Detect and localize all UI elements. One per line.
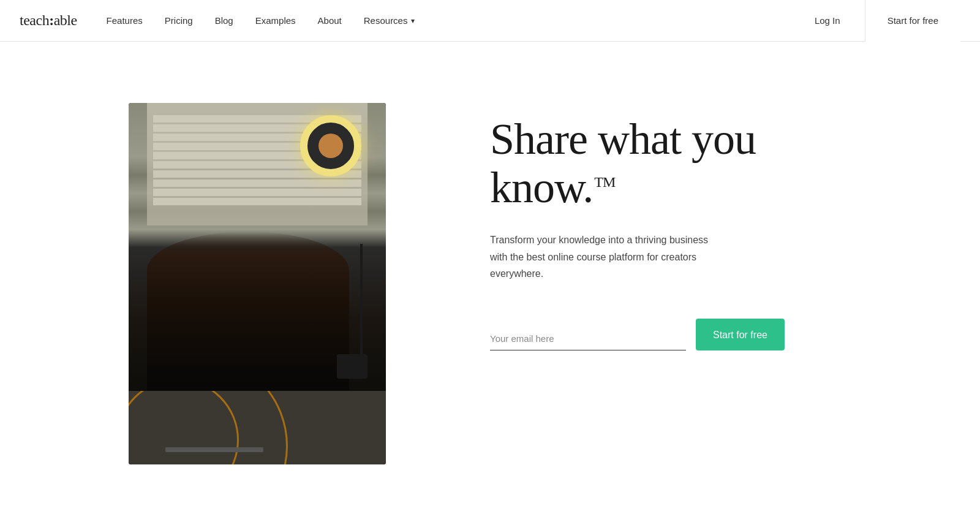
nav-start-button[interactable]: Start for free [865, 0, 960, 42]
navbar: teach:able Features Pricing Blog Example… [0, 0, 980, 42]
hero-content: Share what you know.TM Transform your kn… [441, 42, 980, 387]
logo[interactable]: teach:able [20, 12, 77, 29]
nav-examples[interactable]: Examples [255, 15, 296, 26]
hero-cta: Start for free [490, 319, 931, 350]
rug-curve-2 [129, 391, 288, 464]
trademark: TM [594, 174, 615, 190]
hero-start-button[interactable]: Start for free [696, 319, 785, 350]
ring-light [300, 115, 361, 176]
photo-rug [129, 391, 386, 464]
email-wrapper [490, 327, 686, 350]
nav-right: Log In Start for free [790, 0, 960, 42]
nav-links: Features Pricing Blog Examples About Res… [107, 15, 790, 26]
login-link[interactable]: Log In [790, 15, 865, 26]
nav-pricing[interactable]: Pricing [165, 15, 193, 26]
photo-laptop [165, 447, 263, 452]
nav-about[interactable]: About [318, 15, 342, 26]
hero-subtitle: Transform your knowledge into a thriving… [490, 232, 723, 282]
nav-blog[interactable]: Blog [215, 15, 233, 26]
ring-light-inner [318, 134, 343, 158]
email-input[interactable] [490, 327, 686, 350]
hero-section: Share what you know.TM Transform your kn… [0, 42, 980, 511]
hero-image [129, 103, 386, 464]
nav-resources[interactable]: Resources [364, 15, 415, 26]
nav-features[interactable]: Features [107, 15, 143, 26]
photo-camera [337, 354, 368, 379]
hero-title: Share what you know.TM [490, 115, 931, 212]
hero-image-container [0, 42, 441, 464]
